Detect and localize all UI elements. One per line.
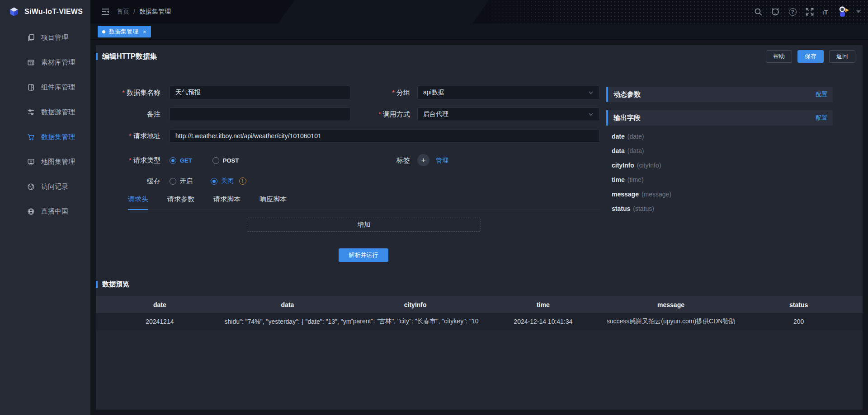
caret-down-icon[interactable] [856,10,861,13]
configure-output-fields-link[interactable]: 配置 [816,114,827,122]
remark-label: 备注 [96,107,160,121]
header-toolbar: ? tT [754,0,861,23]
section-accent-bar [606,110,608,126]
sidebar-menu: 项目管理 素材库管理 组件库管理 数据源管理 数据集管理 地图集管理 [0,23,90,224]
radio-get[interactable] [170,157,176,164]
configure-dynamic-params-link[interactable]: 配置 [816,90,827,98]
cache-radio-group: 开启 关闭 ! [170,174,246,188]
font-size-icon[interactable]: tT [822,8,828,16]
tab-dataset-management[interactable]: 数据集管理 × [98,26,151,37]
github-icon[interactable] [771,7,780,16]
help-icon[interactable]: ? [788,7,797,16]
cell-cityinfo: { "parent": "吉林", "city": "长春市", "cityke… [351,313,479,330]
breadcrumb-home[interactable]: 首页 [117,8,129,16]
request-tabs: 请求头 请求参数 请求脚本 响应脚本 [128,195,600,210]
app-logo[interactable]: SiWu-IoT-VIEWS [0,0,90,23]
cell-data: { "shidu": "74%", "yesterday": { "date":… [224,313,352,330]
group-select[interactable]: api数据 [417,86,600,99]
menu-fold-icon[interactable] [100,7,110,17]
component-icon [27,84,35,91]
tags-label: 标签 [340,154,410,167]
tab-request-script[interactable]: 请求脚本 [213,195,241,210]
request-type-radio-group: GET POST [170,154,239,167]
radio-cache-off[interactable] [211,178,217,185]
data-preview-title: 数据预览 [102,280,129,289]
cell-message: success感谢又拍云(upyun.com)提供CDN赞助 [607,313,735,330]
add-tag-button[interactable]: + [417,154,429,166]
breadcrumb-current: 数据集管理 [139,8,171,16]
manage-tags-link[interactable]: 管理 [436,157,448,165]
sidebar-item-visits[interactable]: 访问记录 [0,174,90,199]
sidebar-item-atlas[interactable]: 地图集管理 [0,149,90,174]
cell-date: 20241214 [96,313,224,330]
visit-globe-icon [27,183,35,191]
chevron-down-icon [588,89,594,96]
sidebar: SiWu-IoT-VIEWS 项目管理 素材库管理 组件库管理 数据源管理 数 [0,0,90,415]
tab-request-params[interactable]: 请求参数 [167,195,194,210]
avatar[interactable] [836,5,850,19]
radio-post-label[interactable]: POST [223,157,239,164]
fullscreen-icon[interactable] [805,7,814,16]
material-icon [27,59,35,66]
output-field-row: status (status) [612,201,829,216]
help-button[interactable]: 帮助 [766,50,792,63]
tab-response-script[interactable]: 响应脚本 [259,195,287,210]
output-field-row: cityInfo (cityInfo) [612,158,829,173]
panel-title-row: 编辑HTTP数据集 帮助 保存 返回 [96,50,855,63]
radio-get-label[interactable]: GET [180,157,192,164]
search-icon[interactable] [754,7,763,16]
radio-post[interactable] [212,157,219,164]
save-button[interactable]: 保存 [797,50,824,63]
preview-table-header: date data cityInfo time message status [96,296,863,313]
column-header: time [479,296,607,313]
column-header: cityInfo [351,296,479,313]
active-tab-dot-icon [102,30,105,33]
radio-cache-on[interactable] [170,178,176,185]
app-title: SiWu-IoT-VIEWS [24,8,83,16]
sidebar-item-dataset[interactable]: 数据集管理 [0,125,90,149]
sidebar-item-project[interactable]: 项目管理 [0,25,90,50]
remark-input[interactable] [170,107,350,121]
parse-and-run-button[interactable]: 解析并运行 [339,248,388,262]
group-label: 分组 [340,86,410,99]
output-field-row: time (time) [612,173,829,187]
data-preview-title-row: 数据预览 [96,280,129,289]
back-button[interactable]: 返回 [829,50,855,63]
request-url-label: 请求地址 [96,129,160,143]
cube-logo-icon [8,6,20,18]
project-icon [27,34,35,42]
output-fields-header: 输出字段 配置 [606,110,833,126]
top-header: 首页 / 数据集管理 ? tT [90,0,868,23]
output-field-row: data (data) [612,144,829,158]
atlas-icon [27,158,35,166]
dataset-name-input[interactable] [170,86,350,99]
column-header: message [607,296,735,313]
cache-label: 缓存 [96,174,160,188]
table-row: 20241214 { "shidu": "74%", "yesterday": … [96,313,863,330]
invoke-method-label: 调用方式 [340,107,410,121]
dataset-icon [27,133,35,141]
live-globe-icon [27,208,35,215]
dataset-name-label: 数据集名称 [96,86,160,99]
cache-warning-icon: ! [239,177,246,185]
sidebar-item-material[interactable]: 素材库管理 [0,50,90,75]
invoke-method-select[interactable]: 后台代理 [417,107,600,121]
sidebar-item-component[interactable]: 组件库管理 [0,75,90,100]
title-accent-bar [96,53,98,60]
tab-request-headers[interactable]: 请求头 [128,195,148,210]
radio-cache-on-label[interactable]: 开启 [180,177,193,185]
panel-actions: 帮助 保存 返回 [766,50,855,63]
sidebar-item-datasource[interactable]: 数据源管理 [0,100,90,125]
page-tabbar: 数据集管理 × [90,23,868,40]
close-icon[interactable]: × [143,28,146,35]
title-accent-bar [96,281,98,288]
cell-time: 2024-12-14 10:41:34 [479,313,607,330]
add-header-button[interactable]: 增加 [247,218,481,232]
request-url-input[interactable] [170,129,600,143]
column-header: date [96,296,224,313]
radio-cache-off-label[interactable]: 关闭 [221,177,234,185]
page-title: 编辑HTTP数据集 [102,52,157,61]
column-header: data [224,296,352,313]
dynamic-params-header: 动态参数 配置 [606,87,833,102]
sidebar-item-live[interactable]: 直播中国 [0,199,90,224]
